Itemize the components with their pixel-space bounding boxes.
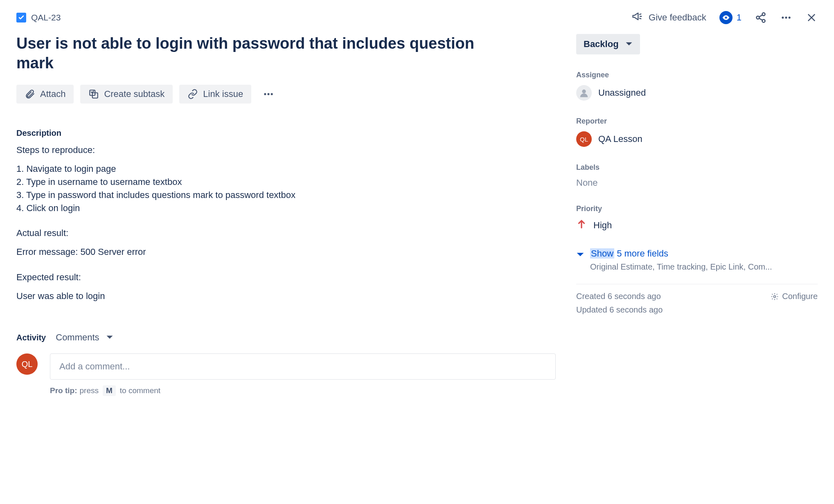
watch-count: 1 <box>737 12 742 23</box>
labels-field[interactable]: Labels None <box>576 163 818 188</box>
updated-time: Updated 6 seconds ago <box>576 305 663 315</box>
more-issue-actions-button[interactable] <box>258 84 279 104</box>
more-actions-button[interactable] <box>780 11 792 24</box>
step-item: 2. Type in username to username textbox <box>16 176 556 189</box>
svg-point-4 <box>782 16 784 18</box>
megaphone-icon <box>631 11 643 24</box>
link-label: Link issue <box>203 89 243 99</box>
show-more-fields[interactable]: Show 5 more fields Original Estimate, Ti… <box>576 248 818 272</box>
issue-key[interactable]: QAL-23 <box>31 13 61 22</box>
svg-point-5 <box>785 16 787 18</box>
activity-label: Activity <box>16 333 46 342</box>
attach-label: Attach <box>40 89 65 99</box>
create-subtask-button[interactable]: Create subtask <box>80 85 173 104</box>
svg-point-11 <box>271 93 273 95</box>
issue-actions: Attach Create subtask Link issue <box>16 84 556 104</box>
details-panel: Backlog Assignee Unassigned Reporter QL … <box>576 34 818 319</box>
chevron-down-icon <box>576 251 584 259</box>
description-label: Description <box>16 128 556 138</box>
step-item: 3. Type in password that includes questi… <box>16 189 556 202</box>
step-item: 4. Click on login <box>16 202 556 215</box>
details-footer: Created 6 seconds ago Configure Updated … <box>576 284 818 315</box>
field-label: Priority <box>576 205 818 213</box>
description-section: Description Steps to reproduce: 1. Navig… <box>16 128 556 303</box>
svg-point-0 <box>725 16 727 18</box>
show-more-sublabel: Original Estimate, Time tracking, Epic L… <box>590 262 818 272</box>
chevron-down-icon <box>625 40 633 48</box>
svg-point-2 <box>762 13 765 16</box>
steps-list: 1. Navigate to login page 2. Type in use… <box>16 162 556 215</box>
reporter-field[interactable]: Reporter QL QA Lesson <box>576 117 818 147</box>
unassigned-avatar-icon <box>576 85 592 101</box>
actual-body: Error message: 500 Server error <box>16 245 556 259</box>
svg-point-9 <box>264 93 266 95</box>
created-time: Created 6 seconds ago <box>576 292 661 301</box>
link-issue-button[interactable]: Link issue <box>179 85 251 104</box>
protip-mid: press <box>80 386 99 395</box>
svg-point-3 <box>762 19 765 22</box>
header-actions: Give feedback 1 <box>631 11 818 24</box>
field-label: Labels <box>576 163 818 172</box>
activity-tab-label: Comments <box>56 332 99 343</box>
gear-icon <box>771 292 779 301</box>
field-label: Reporter <box>576 117 818 126</box>
step-item: 1. Navigate to login page <box>16 162 556 176</box>
subtask-icon <box>88 89 99 99</box>
priority-high-icon <box>576 219 587 232</box>
chevron-down-icon <box>106 334 113 341</box>
issue-title[interactable]: User is not able to login with password … <box>16 34 475 73</box>
protip-key: M <box>103 385 116 396</box>
svg-point-1 <box>757 16 760 19</box>
expected-heading: Expected result: <box>16 271 556 284</box>
header-bar: QAL-23 Give feedback 1 <box>16 8 818 34</box>
assignee-value: Unassigned <box>598 88 646 98</box>
current-user-avatar: QL <box>16 353 38 375</box>
activity-tab-comments[interactable]: Comments <box>56 332 113 343</box>
share-button[interactable] <box>755 11 767 24</box>
actual-heading: Actual result: <box>16 227 556 240</box>
svg-point-10 <box>268 93 270 95</box>
status-value: Backlog <box>584 39 619 50</box>
main-column: User is not able to login with password … <box>16 34 556 396</box>
breadcrumb[interactable]: QAL-23 <box>16 13 61 22</box>
activity-header: Activity Comments <box>16 332 556 343</box>
reporter-value: QA Lesson <box>598 134 642 144</box>
field-label: Assignee <box>576 71 818 79</box>
eye-icon <box>719 11 733 24</box>
configure-label: Configure <box>782 292 818 301</box>
link-icon <box>187 89 198 99</box>
attach-button[interactable]: Attach <box>16 85 74 104</box>
subtask-label: Create subtask <box>104 89 165 99</box>
protip-prefix: Pro tip: <box>50 386 77 395</box>
labels-value: None <box>576 178 818 188</box>
comment-composer: QL Add a comment... <box>16 353 556 380</box>
expected-body: User was able to login <box>16 290 556 303</box>
attach-icon <box>25 89 35 99</box>
reporter-avatar: QL <box>576 131 592 147</box>
svg-point-13 <box>774 295 776 297</box>
content-area: User is not able to login with password … <box>16 34 818 396</box>
svg-point-12 <box>582 90 586 93</box>
feedback-label: Give feedback <box>649 12 706 23</box>
assignee-field[interactable]: Assignee Unassigned <box>576 71 818 101</box>
comment-input[interactable]: Add a comment... <box>50 353 556 380</box>
configure-button[interactable]: Configure <box>771 292 818 301</box>
show-more-label: Show 5 more fields <box>590 248 668 259</box>
give-feedback-button[interactable]: Give feedback <box>631 11 706 24</box>
task-icon <box>16 13 26 22</box>
close-button[interactable] <box>805 11 818 24</box>
priority-field[interactable]: Priority High <box>576 205 818 232</box>
steps-heading: Steps to reproduce: <box>16 144 556 157</box>
priority-value: High <box>593 220 612 231</box>
svg-point-6 <box>789 16 791 18</box>
description-body[interactable]: Steps to reproduce: 1. Navigate to login… <box>16 144 556 303</box>
status-dropdown[interactable]: Backlog <box>576 34 640 54</box>
pro-tip: Pro tip: press M to comment <box>50 385 556 396</box>
protip-suffix: to comment <box>120 386 160 395</box>
watchers-button[interactable]: 1 <box>719 11 742 24</box>
